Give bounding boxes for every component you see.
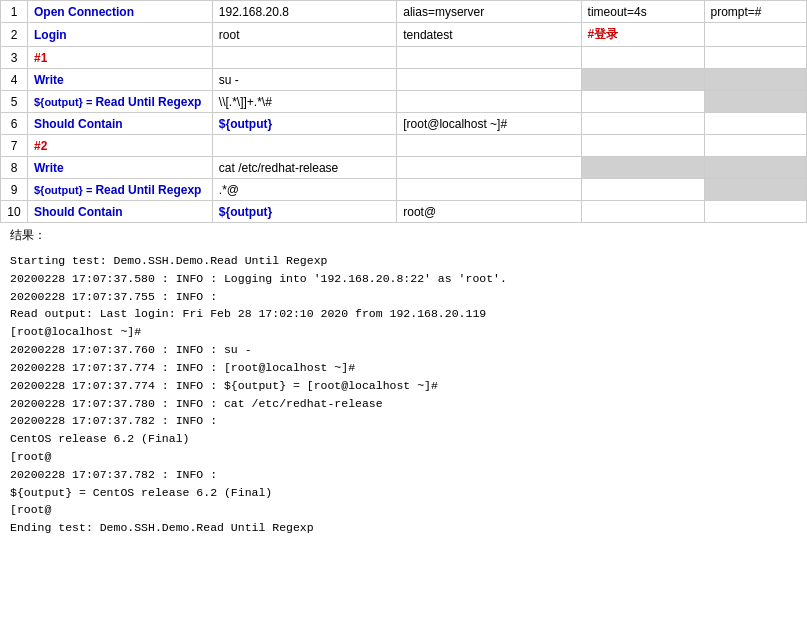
log-line: CentOS release 6.2 (Final): [10, 430, 797, 448]
keyword-cell: #1: [28, 47, 213, 69]
table-row: 8Writecat /etc/redhat-release: [1, 157, 807, 179]
arg3-cell: timeout=4s: [581, 1, 704, 23]
arg3-cell: [581, 47, 704, 69]
table-row: 3#1: [1, 47, 807, 69]
arg4-cell: [704, 179, 806, 201]
arg2-cell: [397, 179, 581, 201]
arg3-cell: #登录: [581, 23, 704, 47]
log-line: [root@localhost ~]#: [10, 323, 797, 341]
log-line: 20200228 17:07:37.774 : INFO : ${output}…: [10, 377, 797, 395]
log-line: ${output} = CentOS release 6.2 (Final): [10, 484, 797, 502]
arg2-cell: [397, 91, 581, 113]
arg1-cell: 192.168.20.8: [212, 1, 396, 23]
arg1-cell: su -: [212, 69, 396, 91]
keyword-cell: Should Contain: [28, 113, 213, 135]
arg4-cell: [704, 157, 806, 179]
log-line: Starting test: Demo.SSH.Demo.Read Until …: [10, 252, 797, 270]
log-output: Starting test: Demo.SSH.Demo.Read Until …: [0, 248, 807, 541]
arg3-cell: [581, 201, 704, 223]
result-label: 结果：: [0, 223, 807, 248]
arg2-cell: [root@localhost ~]#: [397, 113, 581, 135]
log-line: 20200228 17:07:37.782 : INFO :: [10, 412, 797, 430]
log-line: 20200228 17:07:37.580 : INFO : Logging i…: [10, 270, 797, 288]
arg4-cell: prompt=#: [704, 1, 806, 23]
table-row: 2Loginroottendatest#登录: [1, 23, 807, 47]
keyword-cell: Should Contain: [28, 201, 213, 223]
arg4-cell: [704, 47, 806, 69]
log-line: 20200228 17:07:37.780 : INFO : cat /etc/…: [10, 395, 797, 413]
arg1-cell: .*@: [212, 179, 396, 201]
arg1-cell: \\[.*\]]+.*\#: [212, 91, 396, 113]
keyword-cell: #2: [28, 135, 213, 157]
table-row: 6Should Contain${output}[root@localhost …: [1, 113, 807, 135]
test-table: 1Open Connection192.168.20.8alias=myserv…: [0, 0, 807, 223]
table-row: 7#2: [1, 135, 807, 157]
arg3-cell: [581, 113, 704, 135]
arg1-cell: ${output}: [212, 113, 396, 135]
arg4-cell: [704, 91, 806, 113]
keyword-cell: ${output} = Read Until Regexp: [28, 91, 213, 113]
table-row: 5${output} = Read Until Regexp\\[.*\]]+.…: [1, 91, 807, 113]
table-row: 4Writesu -: [1, 69, 807, 91]
table-row: 9${output} = Read Until Regexp.*@: [1, 179, 807, 201]
arg2-cell: root@: [397, 201, 581, 223]
arg3-cell: [581, 157, 704, 179]
keyword-cell: Login: [28, 23, 213, 47]
arg3-cell: [581, 69, 704, 91]
arg1-cell: ${output}: [212, 201, 396, 223]
log-line: [root@: [10, 501, 797, 519]
arg4-cell: [704, 69, 806, 91]
log-line: Ending test: Demo.SSH.Demo.Read Until Re…: [10, 519, 797, 537]
arg2-cell: [397, 135, 581, 157]
row-number: 7: [1, 135, 28, 157]
row-number: 3: [1, 47, 28, 69]
log-line: [root@: [10, 448, 797, 466]
arg3-cell: [581, 179, 704, 201]
log-line: Read output: Last login: Fri Feb 28 17:0…: [10, 305, 797, 323]
arg2-cell: alias=myserver: [397, 1, 581, 23]
row-number: 5: [1, 91, 28, 113]
arg2-cell: [397, 69, 581, 91]
arg1-cell: cat /etc/redhat-release: [212, 157, 396, 179]
arg2-cell: tendatest: [397, 23, 581, 47]
log-line: 20200228 17:07:37.782 : INFO :: [10, 466, 797, 484]
keyword-cell: Open Connection: [28, 1, 213, 23]
arg3-cell: [581, 91, 704, 113]
arg1-cell: [212, 47, 396, 69]
row-number: 6: [1, 113, 28, 135]
row-number: 4: [1, 69, 28, 91]
row-number: 1: [1, 1, 28, 23]
table-row: 10Should Contain${output}root@: [1, 201, 807, 223]
arg1-cell: [212, 135, 396, 157]
arg3-cell: [581, 135, 704, 157]
table-row: 1Open Connection192.168.20.8alias=myserv…: [1, 1, 807, 23]
log-line: 20200228 17:07:37.774 : INFO : [root@loc…: [10, 359, 797, 377]
keyword-cell: ${output} = Read Until Regexp: [28, 179, 213, 201]
arg1-cell: root: [212, 23, 396, 47]
row-number: 9: [1, 179, 28, 201]
row-number: 2: [1, 23, 28, 47]
arg2-cell: [397, 47, 581, 69]
arg4-cell: [704, 23, 806, 47]
arg2-cell: [397, 157, 581, 179]
arg4-cell: [704, 113, 806, 135]
log-line: 20200228 17:07:37.755 : INFO :: [10, 288, 797, 306]
keyword-cell: Write: [28, 157, 213, 179]
arg4-cell: [704, 135, 806, 157]
row-number: 8: [1, 157, 28, 179]
arg4-cell: [704, 201, 806, 223]
keyword-cell: Write: [28, 69, 213, 91]
row-number: 10: [1, 201, 28, 223]
log-line: 20200228 17:07:37.760 : INFO : su -: [10, 341, 797, 359]
